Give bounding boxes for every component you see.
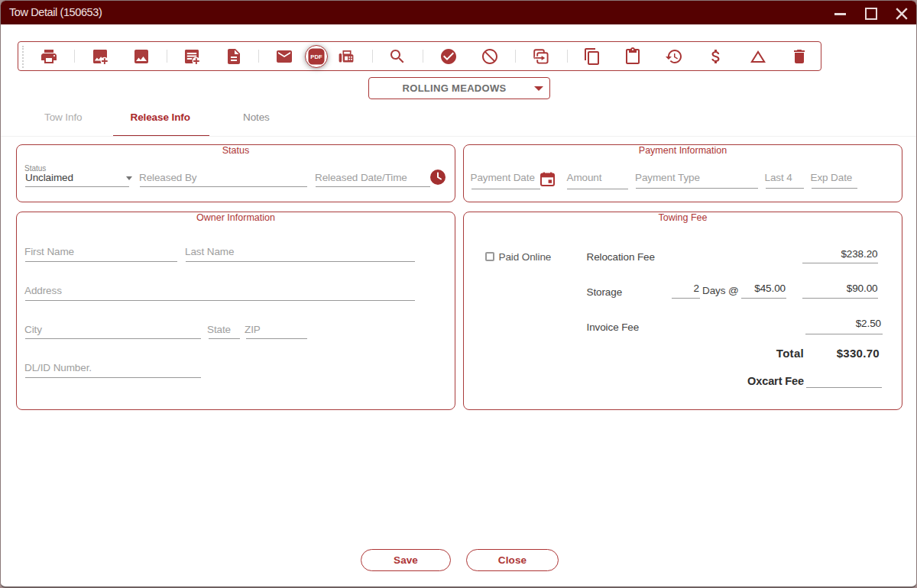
svg-text:PDF: PDF [310,53,322,60]
